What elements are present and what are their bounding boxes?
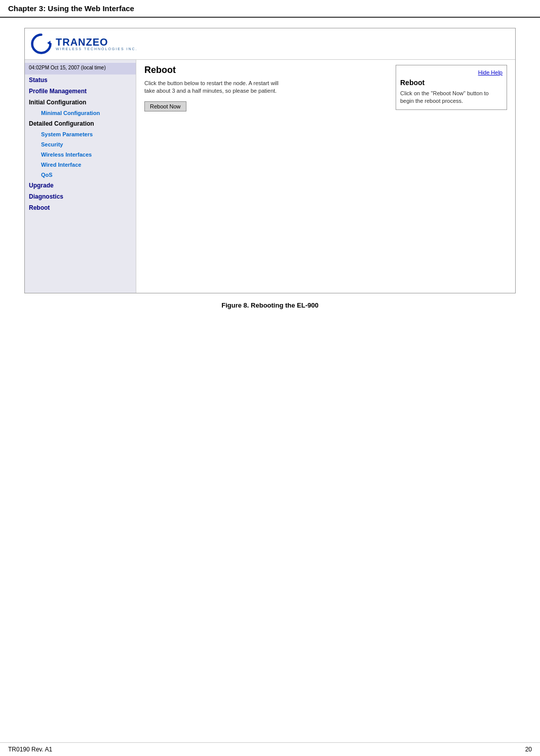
- sidebar-item-security[interactable]: Security: [25, 139, 136, 149]
- help-panel: Hide Help Reboot Click on the "Reboot No…: [396, 65, 507, 110]
- page-footer: TR0190 Rev. A1 20: [0, 742, 540, 756]
- reboot-now-button[interactable]: Reboot Now: [144, 101, 186, 111]
- sidebar-item-detailed-config[interactable]: Detailed Configuration: [25, 118, 136, 129]
- footer-revision: TR0190 Rev. A1: [8, 746, 52, 753]
- brand-tagline: WIRELESS TECHNOLOGIES INC.: [56, 47, 138, 51]
- svg-marker-0: [47, 41, 50, 45]
- logo-text-area: TRANZEO WIRELESS TECHNOLOGIES INC.: [56, 37, 138, 51]
- page-title: Reboot: [144, 65, 390, 75]
- sidebar-item-profile-management[interactable]: Profile Management: [25, 86, 136, 97]
- description-line2: take about 3 and a half minutes, so plea…: [144, 88, 277, 94]
- sidebar: 04:02PM Oct 15, 2007 (local time) Status…: [25, 60, 136, 293]
- tranzeo-logo-icon: [30, 32, 53, 55]
- sidebar-timestamp: 04:02PM Oct 15, 2007 (local time): [25, 63, 136, 74]
- sidebar-item-reboot[interactable]: Reboot: [25, 202, 136, 213]
- sidebar-item-initial-config[interactable]: Initial Configuration: [25, 97, 136, 108]
- sidebar-item-qos[interactable]: QoS: [25, 170, 136, 180]
- sidebar-item-diagnostics[interactable]: Diagnostics: [25, 191, 136, 202]
- brand-name: TRANZEO: [56, 37, 108, 47]
- chapter-title: Chapter 3: Using the Web Interface: [0, 0, 540, 18]
- sidebar-item-wireless-interfaces[interactable]: Wireless Interfaces: [25, 149, 136, 160]
- help-text: Click on the "Reboot Now" button to begi…: [400, 90, 503, 105]
- page-description: Click the button below to restart the no…: [144, 80, 390, 95]
- hide-help-link[interactable]: Hide Help: [400, 69, 503, 75]
- help-title: Reboot: [400, 79, 503, 87]
- sidebar-item-upgrade[interactable]: Upgrade: [25, 180, 136, 191]
- sidebar-item-system-params[interactable]: System Parameters: [25, 129, 136, 139]
- footer-page-number: 20: [525, 746, 532, 753]
- sidebar-item-minimal-config[interactable]: Minimal Configuration: [25, 108, 136, 118]
- screenshot-frame: TRANZEO WIRELESS TECHNOLOGIES INC. 04:02…: [24, 28, 516, 293]
- main-layout: 04:02PM Oct 15, 2007 (local time) Status…: [25, 60, 515, 293]
- description-line1: Click the button below to restart the no…: [144, 80, 279, 86]
- sidebar-item-wired-interface[interactable]: Wired Interface: [25, 160, 136, 170]
- tranzeo-logo: TRANZEO WIRELESS TECHNOLOGIES INC.: [30, 32, 138, 55]
- content-main: Reboot Click the button below to restart…: [144, 65, 390, 288]
- figure-caption: Figure 8. Rebooting the EL-900: [8, 301, 532, 309]
- content-area: Reboot Click the button below to restart…: [136, 60, 515, 293]
- sidebar-item-status[interactable]: Status: [25, 74, 136, 86]
- logo-bar: TRANZEO WIRELESS TECHNOLOGIES INC.: [25, 28, 515, 60]
